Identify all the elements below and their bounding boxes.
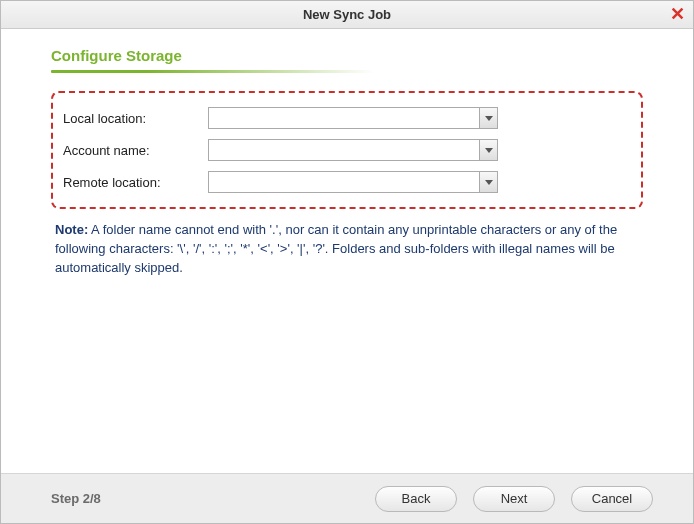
window-title: New Sync Job bbox=[303, 7, 391, 22]
dialog-window: New Sync Job ✕ Configure Storage Local l… bbox=[0, 0, 694, 524]
chevron-down-icon bbox=[485, 148, 493, 153]
note-body: A folder name cannot end with '.', nor c… bbox=[55, 222, 617, 275]
note-label: Note: bbox=[55, 222, 88, 237]
label-remote-location: Remote location: bbox=[63, 175, 208, 190]
chevron-down-icon bbox=[485, 116, 493, 121]
dropdown-button-account-name[interactable] bbox=[479, 140, 497, 160]
row-local-location: Local location: bbox=[63, 107, 625, 129]
note-text: Note: A folder name cannot end with '.',… bbox=[51, 221, 643, 278]
next-button[interactable]: Next bbox=[473, 486, 555, 512]
chevron-down-icon bbox=[485, 180, 493, 185]
step-indicator: Step 2/8 bbox=[51, 491, 375, 506]
combo-remote-location[interactable] bbox=[208, 171, 498, 193]
form-highlight-box: Local location: Account name: bbox=[51, 91, 643, 209]
close-icon[interactable]: ✕ bbox=[670, 5, 685, 23]
footer-buttons: Back Next Cancel bbox=[375, 486, 653, 512]
back-button[interactable]: Back bbox=[375, 486, 457, 512]
combo-local-location[interactable] bbox=[208, 107, 498, 129]
input-local-location[interactable] bbox=[209, 108, 479, 128]
content-area: Configure Storage Local location: Accoun… bbox=[1, 29, 693, 473]
input-account-name[interactable] bbox=[209, 140, 479, 160]
label-account-name: Account name: bbox=[63, 143, 208, 158]
section-title: Configure Storage bbox=[51, 47, 643, 64]
footer: Step 2/8 Back Next Cancel bbox=[1, 473, 693, 523]
combo-account-name[interactable] bbox=[208, 139, 498, 161]
row-remote-location: Remote location: bbox=[63, 171, 625, 193]
titlebar: New Sync Job ✕ bbox=[1, 1, 693, 29]
row-account-name: Account name: bbox=[63, 139, 625, 161]
label-local-location: Local location: bbox=[63, 111, 208, 126]
dropdown-button-local-location[interactable] bbox=[479, 108, 497, 128]
title-underline bbox=[51, 70, 431, 73]
cancel-button[interactable]: Cancel bbox=[571, 486, 653, 512]
input-remote-location[interactable] bbox=[209, 172, 479, 192]
dropdown-button-remote-location[interactable] bbox=[479, 172, 497, 192]
